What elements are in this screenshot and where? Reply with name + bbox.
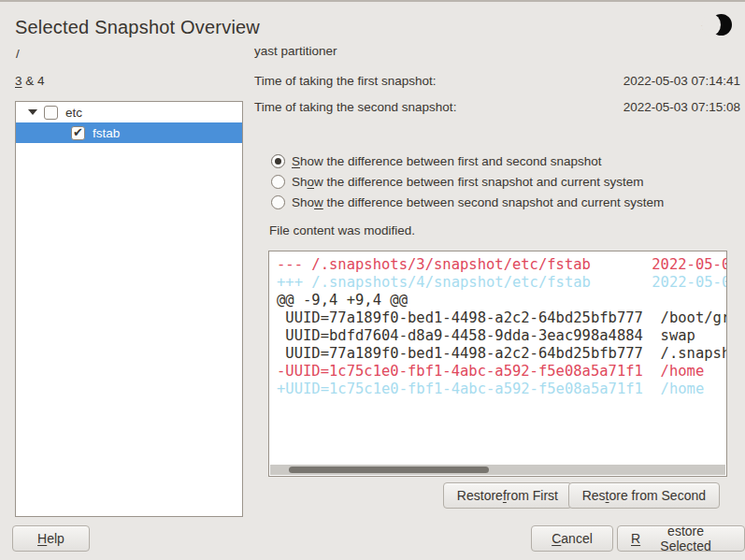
second-snapshot-time-label: Time of taking the second snapshot: [254, 100, 456, 114]
first-snapshot-time-row: Time of taking the first snapshot: 2022-… [254, 74, 740, 88]
moon-icon [710, 14, 732, 36]
diff-line: UUID=77a189f0-bed1-4498-a2c2-64bd25bfb77… [277, 309, 726, 327]
horizontal-scrollbar[interactable] [270, 465, 725, 475]
help-button[interactable]: Help [12, 525, 90, 552]
restore-from-second-button[interactable]: Restore from Second [568, 482, 720, 509]
scrollbar-thumb[interactable] [289, 467, 489, 473]
tree-label: fstab [93, 126, 120, 140]
radio-icon[interactable] [271, 175, 285, 189]
expander-arrow-icon[interactable] [28, 109, 37, 115]
file-status-text: File content was modified. [269, 223, 415, 237]
second-snapshot-time-value: 2022-05-03 07:15:08 [623, 100, 740, 114]
snapshot-pair-link[interactable]: 3 & 4 [15, 74, 45, 88]
diff-mode-radio-group: Show the difference between first and se… [271, 151, 664, 212]
diff-line: --- /.snapshots/3/snapshot/etc/fstab 202… [277, 256, 726, 274]
diff-content: --- /.snapshots/3/snapshot/etc/fstab 202… [277, 256, 726, 398]
diff-line: +++ /.snapshots/4/snapshot/etc/fstab 202… [277, 274, 726, 292]
radio-diff-first-current[interactable]: Show the difference between first snapsh… [271, 171, 664, 192]
diff-line: UUID=77a189f0-bed1-4498-a2c2-64bd25bfb77… [277, 345, 726, 363]
second-snapshot-time-row: Time of taking the second snapshot: 2022… [254, 100, 740, 114]
radio-diff-second-current[interactable]: Show the difference between second snaps… [271, 192, 664, 212]
page-title: Selected Snapshot Overview [15, 17, 260, 38]
changed-files-tree[interactable]: etc fstab [15, 101, 243, 517]
restore-selected-button[interactable]: Restore Selected [617, 525, 745, 552]
diff-line: +UUID=1c75c1e0-fbf1-4abc-a592-f5e08a5a71… [277, 381, 726, 398]
cancel-button[interactable]: Cancel [531, 525, 613, 552]
diff-line: -UUID=1c75c1e0-fbf1-4abc-a592-f5e08a5a71… [277, 363, 726, 381]
checkbox-etc[interactable] [44, 106, 58, 120]
theme-toggle-button[interactable]: ☀ [700, 13, 732, 37]
first-snapshot-time-value: 2022-05-03 07:14:41 [623, 74, 740, 88]
checkbox-fstab[interactable] [71, 126, 85, 140]
radio-icon[interactable] [271, 154, 285, 168]
first-snapshot-time-label: Time of taking the first snapshot: [254, 74, 437, 88]
diff-line: @@ -9,4 +9,4 @@ [277, 292, 726, 309]
diff-viewer[interactable]: --- /.snapshots/3/snapshot/etc/fstab 202… [268, 251, 727, 477]
radio-icon[interactable] [271, 195, 285, 209]
snapper-config-label: / [16, 47, 20, 61]
radio-diff-first-second[interactable]: Show the difference between first and se… [271, 151, 664, 171]
diff-line: UUID=bdfd7604-d8a9-4458-9dda-3eac998a488… [277, 327, 726, 345]
restore-from-first-button[interactable]: Restore from First [443, 482, 572, 509]
tree-row-etc[interactable]: etc [16, 102, 242, 122]
tree-label: etc [65, 106, 82, 120]
snapshot-description: yast partitioner [254, 44, 337, 58]
tree-row-fstab[interactable]: fstab [16, 122, 242, 143]
